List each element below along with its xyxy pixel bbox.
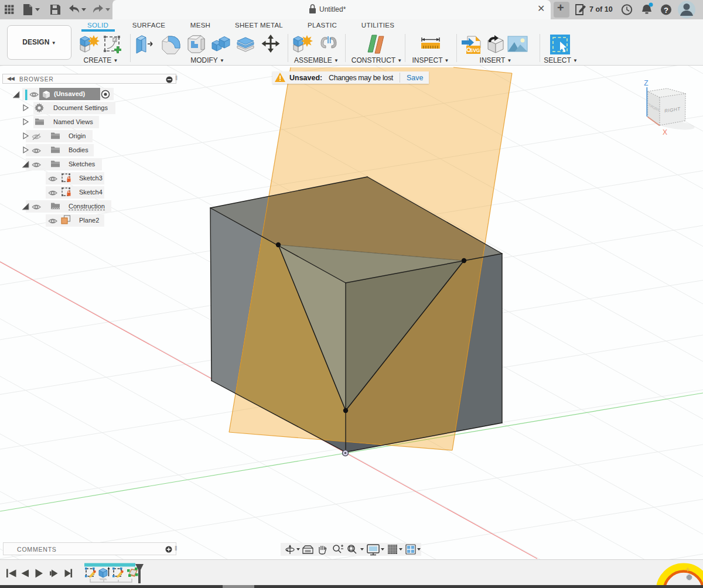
svg-text:Z: Z (644, 79, 648, 87)
svg-text:SVG: SVG (470, 47, 480, 53)
svg-text:?: ? (664, 6, 668, 15)
svg-text:X: X (663, 128, 667, 136)
